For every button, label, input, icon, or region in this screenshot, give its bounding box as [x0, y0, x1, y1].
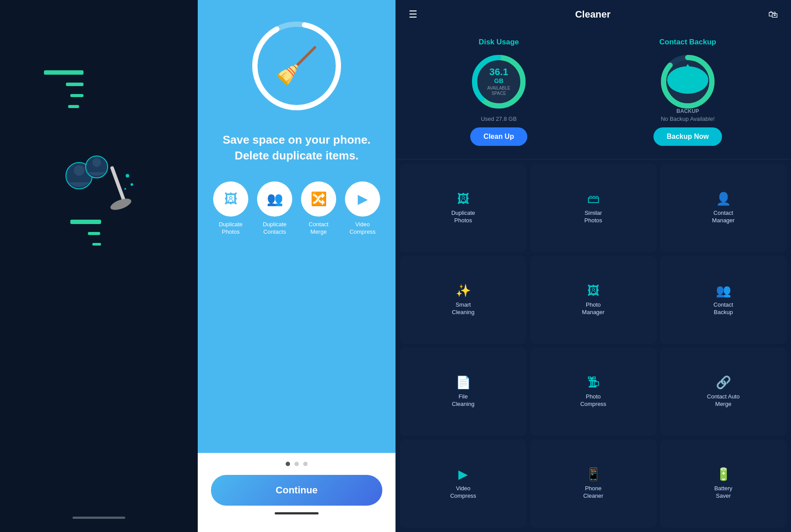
grid-item-duplicate-photos[interactable]: 🖼 DuplicatePhotos	[400, 164, 526, 252]
grid-item-photo-manager[interactable]: 🖼 PhotoManager	[530, 256, 657, 344]
battery-saver-grid-label: BatterySaver	[714, 485, 732, 500]
contact-merge-label: ContactMerge	[309, 221, 329, 236]
grid-item-smart-cleaning[interactable]: ✨ SmartCleaning	[400, 256, 526, 344]
svg-point-1	[74, 165, 84, 176]
svg-point-3	[92, 158, 101, 167]
circle-progress: 🧹	[248, 18, 345, 114]
disk-usage-value: 36.1 GB AVAILABLESPACE	[485, 67, 513, 96]
svg-point-5	[109, 196, 133, 212]
grid-item-file-cleaning[interactable]: 📄 FileCleaning	[400, 347, 526, 436]
duplicate-photos-grid-icon: 🖼	[457, 192, 469, 206]
grid-item-photo-compress[interactable]: 🗜 PhotoCompress	[530, 347, 657, 436]
svg-point-6	[126, 174, 129, 177]
contact-merge-circle: 🔀	[301, 181, 336, 217]
dot-3	[303, 462, 308, 466]
clean-up-button[interactable]: Clean Up	[470, 127, 527, 146]
illustration	[53, 141, 141, 230]
grid-item-contact-auto-merge[interactable]: 🔗 Contact AutoMerge	[660, 347, 787, 436]
photo-compress-grid-label: PhotoCompress	[580, 393, 606, 408]
page-dots	[286, 462, 308, 466]
contact-backup-card: Contact Backup BACKUP	[593, 33, 782, 150]
middle-panel: 🧹 Save space on your phone. Delete dupli…	[198, 0, 396, 532]
video-compress-grid-label: VideoCompress	[450, 485, 476, 500]
file-cleaning-grid-label: FileCleaning	[452, 393, 474, 408]
photo-manager-grid-label: PhotoManager	[582, 301, 604, 316]
battery-saver-grid-icon: 🔋	[716, 467, 731, 481]
duplicate-contacts-label: DuplicateContacts	[263, 221, 287, 236]
right-panel: ☰ Cleaner 🛍 Disk Usage 36.1 GB AVAILABLE…	[396, 0, 791, 532]
continue-button[interactable]: Continue	[211, 475, 382, 506]
contact-backup-grid-label: ContactBackup	[714, 301, 733, 316]
video-compress-grid-icon: ▶	[458, 467, 468, 481]
phone-bottom-section: Continue	[198, 453, 396, 532]
backup-now-button[interactable]: Backup Now	[653, 127, 722, 146]
hamburger-menu-icon[interactable]: ☰	[409, 9, 417, 20]
photo-manager-grid-icon: 🖼	[587, 283, 599, 298]
similar-photos-grid-label: SimilarPhotos	[584, 210, 602, 224]
disk-usage-card: Disk Usage 36.1 GB AVAILABLESPACE Used 2…	[404, 33, 593, 150]
grid-item-contact-manager[interactable]: 👤 ContactManager	[660, 164, 787, 252]
duplicate-photos-circle: 🖼	[213, 181, 248, 217]
grid-item-contact-backup[interactable]: 👥 ContactBackup	[660, 256, 787, 344]
phone-cleaner-grid-icon: 📱	[586, 467, 601, 481]
phone-top-section: 🧹 Save space on your phone. Delete dupli…	[198, 0, 396, 453]
grid-item-battery-saver[interactable]: 🔋 BatterySaver	[660, 439, 787, 528]
wifi-decoration-top	[44, 70, 83, 116]
smart-cleaning-grid-icon: ✨	[456, 283, 471, 298]
duplicate-photos-label: DuplicatePhotos	[219, 221, 243, 236]
video-compress-label: VideoCompress	[349, 221, 375, 236]
duplicate-contacts-circle: 👥	[257, 181, 292, 217]
shopping-bag-icon[interactable]: 🛍	[768, 9, 778, 20]
grid-item-phone-cleaner[interactable]: 📱 PhoneCleaner	[530, 439, 657, 528]
contact-backup-donut: BACKUP	[659, 53, 716, 110]
duplicate-photos-grid-label: DuplicatePhotos	[451, 210, 475, 224]
contact-auto-merge-grid-icon: 🔗	[716, 375, 731, 390]
svg-point-18	[686, 76, 706, 91]
svg-point-8	[124, 188, 126, 190]
icon-item-video-compress[interactable]: ▶ VideoCompress	[345, 181, 380, 236]
backup-center: BACKUP	[659, 49, 716, 114]
icon-item-duplicate-contacts[interactable]: 👥 DuplicateContacts	[257, 181, 292, 236]
backup-sub: No Backup Available!	[661, 116, 715, 122]
contact-manager-grid-icon: 👤	[716, 192, 731, 206]
contact-auto-merge-grid-label: Contact AutoMerge	[707, 393, 740, 408]
icon-item-duplicate-photos[interactable]: 🖼 DuplicatePhotos	[213, 181, 248, 236]
app-header: ☰ Cleaner 🛍	[396, 0, 791, 29]
svg-point-7	[131, 183, 133, 186]
bottom-home-indicator-mid	[275, 512, 319, 514]
app-title: Cleaner	[575, 9, 611, 20]
grid-item-video-compress[interactable]: ▶ VideoCompress	[400, 439, 526, 528]
features-grid: 🖼 DuplicatePhotos 🗃 SimilarPhotos 👤 Cont…	[396, 159, 791, 532]
contact-backup-title: Contact Backup	[659, 38, 716, 47]
contact-backup-grid-icon: 👥	[716, 283, 731, 298]
phone-cleaner-grid-label: PhoneCleaner	[583, 485, 603, 500]
backup-label: BACKUP	[659, 108, 716, 114]
dot-2	[294, 462, 299, 466]
stats-section: Disk Usage 36.1 GB AVAILABLESPACE Used 2…	[396, 29, 791, 159]
svg-rect-4	[110, 166, 127, 204]
dot-1	[286, 462, 290, 466]
disk-usage-sub: Used 27.8 GB	[481, 116, 517, 122]
tagline: Save space on your phone. Delete duplica…	[198, 132, 396, 164]
file-cleaning-grid-icon: 📄	[456, 375, 471, 390]
left-panel	[0, 0, 198, 532]
broom-icon: 🧹	[275, 45, 319, 87]
video-compress-circle: ▶	[345, 181, 380, 217]
feature-icons-row: 🖼 DuplicatePhotos 👥 DuplicateContacts 🔀 …	[213, 181, 380, 236]
similar-photos-grid-icon: 🗃	[587, 192, 599, 206]
grid-item-similar-photos[interactable]: 🗃 SimilarPhotos	[530, 164, 657, 252]
disk-usage-title: Disk Usage	[479, 38, 519, 47]
bottom-home-indicator-left	[73, 517, 125, 519]
icon-item-contact-merge[interactable]: 🔀 ContactMerge	[301, 181, 336, 236]
disk-usage-donut: 36.1 GB AVAILABLESPACE	[470, 53, 527, 110]
photo-compress-grid-icon: 🗜	[587, 375, 599, 390]
contact-manager-grid-label: ContactManager	[712, 210, 734, 224]
smart-cleaning-grid-label: SmartCleaning	[452, 301, 474, 316]
